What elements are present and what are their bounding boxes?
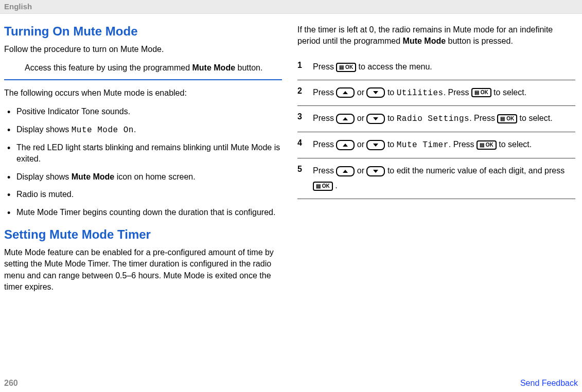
menu-item-dotted: Mute Timer [397,140,449,150]
bullet-pre: Display shows [16,172,72,181]
list-item: Mute Mode Timer begins counting down the… [4,207,282,218]
step-text: Press [313,62,336,71]
step-text: to edit the numeric value of each digit,… [387,166,565,175]
bullet-post: icon on home screen. [114,172,195,181]
ok-button-icon: ▤ OK [497,114,517,123]
step-body: Press or to Utilities. Press ▤ OK to sel… [313,85,575,101]
bullet-bold: Mute Mode [72,172,115,181]
step-text: . Press [469,114,497,122]
step-text: Press [313,88,336,97]
section-title-mute-mode: Turning On Mute Mode [4,24,282,39]
down-arrow-icon [366,87,385,98]
timer-note: If the timer is left at 0, the radio rem… [297,24,575,47]
send-feedback-link[interactable]: Send Feedback [520,379,578,388]
step-text: or [357,88,367,97]
list-item: Display shows Mute Mode icon on home scr… [4,171,282,183]
step-body: Press or to Mute Timer. Press ▤ OK to se… [313,137,575,153]
step-row: 4 Press or to Mute Timer. Press ▤ OK to … [297,132,575,158]
list-item: The red LED light starts blinking and re… [4,142,282,165]
step-body: Press or to Radio Settings. Press ▤ OK t… [313,111,575,127]
list-item: Positive Indicator Tone sounds. [4,106,282,117]
step-text: to [387,88,397,97]
bullet-dotted: Mute Mode On [72,126,134,135]
step-body: Press ▤ OK to access the menu. [313,60,575,75]
step-row: 1 Press ▤ OK to access the menu. [297,55,575,80]
step-text: to select. [520,114,553,122]
instruction-post: button. [235,63,262,72]
header-bar: English [0,0,582,14]
step-text: Press [313,140,336,149]
bullet-post: . [134,125,136,134]
step-text: or [357,114,367,122]
step-text: Press [313,114,336,122]
bullet-text: Radio is muted. [16,190,74,199]
step-list: 1 Press ▤ OK to access the menu. 2 Press… [297,55,575,199]
step-text: . Press [444,88,471,97]
ok-button-icon: ▤ OK [477,140,497,150]
page-number: 260 [4,379,18,388]
step-row: 3 Press or to Radio Settings. Press ▤ OK… [297,106,575,132]
bullet-pre: Display shows [16,125,72,134]
enabled-intro: The following occurs when Mute mode is e… [4,87,282,99]
header-language: English [4,2,32,11]
instruction-bold: Mute Mode [192,63,236,72]
section2-body: Mute Mode feature can be enabled for a p… [4,247,282,293]
footer: 260 Send Feedback [4,379,578,388]
step-body: Press or to edit the numeric value of ea… [313,164,575,193]
step-text: to access the menu. [359,62,432,71]
step-text: to select. [499,140,532,149]
step-text: or [357,166,367,175]
note-post: button is pressed. [446,37,513,45]
instruction-text: Access this feature by using the program… [25,62,282,74]
step-number: 3 [297,111,313,121]
instruction-callout: Access this feature by using the program… [4,62,282,80]
right-column: If the timer is left at 0, the radio rem… [297,19,575,300]
intro-text: Follow the procedure to turn on Mute Mod… [4,44,282,55]
bullet-text: Positive Indicator Tone sounds. [16,107,130,116]
ok-button-icon: ▤ OK [313,182,333,191]
step-text: to select. [493,88,526,97]
ok-button-icon: ▤ OK [336,63,356,72]
instruction-pre: Access this feature by using the program… [25,63,192,72]
menu-item-dotted: Radio Settings [397,114,469,123]
step-text: or [357,140,367,149]
step-text: to [387,114,397,122]
menu-item-dotted: Utilities [397,88,444,98]
down-arrow-icon [366,166,385,176]
step-row: 2 Press or to Utilities. Press ▤ OK to s… [297,80,575,106]
step-text: . Press [449,140,477,149]
step-text: Press [313,166,336,175]
ok-button-icon: ▤ OK [471,88,491,97]
left-column: Turning On Mute Mode Follow the procedur… [4,19,282,300]
bullet-text: Mute Mode Timer begins counting down the… [16,208,275,217]
list-item: Radio is muted. [4,189,282,200]
up-arrow-icon [336,114,355,124]
down-arrow-icon [366,114,385,124]
step-number: 5 [297,164,313,174]
section-title-timer: Setting Mute Mode Timer [4,227,282,242]
up-arrow-icon [336,140,355,150]
step-row: 5 Press or to edit the numeric value of … [297,158,575,199]
up-arrow-icon [336,87,355,98]
up-arrow-icon [336,166,355,176]
down-arrow-icon [366,140,385,150]
bullet-text: The red LED light starts blinking and re… [16,143,280,163]
note-bold: Mute Mode [403,37,446,45]
step-number: 4 [297,137,313,148]
content-area: Turning On Mute Mode Follow the procedur… [0,14,582,300]
step-number: 2 [297,85,313,96]
step-text: . [335,181,337,190]
step-text: to [387,140,397,149]
bullet-list: Positive Indicator Tone sounds. Display … [4,106,282,218]
step-number: 1 [297,60,313,70]
list-item: Display shows Mute Mode On. [4,124,282,136]
